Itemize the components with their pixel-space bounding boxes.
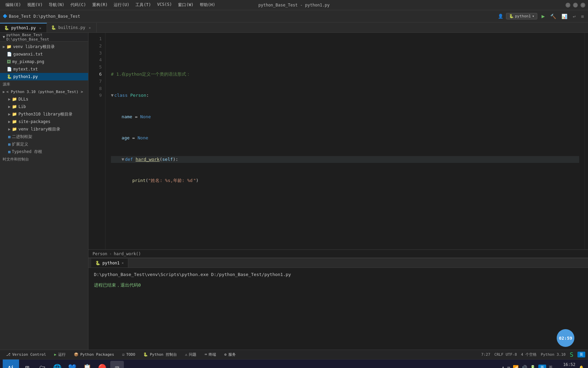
tab-python-console[interactable]: 🐍 Python 控制台 [140, 350, 180, 359]
folder-icon4: 📁 [12, 112, 17, 117]
minimize-button[interactable]: — [566, 3, 570, 7]
chevron-right-icon: ▶ [3, 44, 5, 49]
tab-python1[interactable]: 🐍 python1.py ✕ [0, 23, 47, 32]
input-method-label: 英 [549, 365, 553, 368]
maximize-button[interactable]: □ [573, 3, 578, 7]
tab-services[interactable]: ⚙ 服务 [221, 350, 239, 359]
close-button[interactable]: ✕ [581, 3, 585, 7]
menu-edit[interactable]: 编辑(E) [3, 1, 24, 9]
taskbar-xmind-icon[interactable]: 📋 [80, 361, 94, 368]
folder-icon5: 📁 [12, 119, 17, 124]
code-line-9 [111, 220, 579, 227]
code-line-5: age = None [111, 135, 579, 142]
tab-bar: 🐍 python1.py ✕ 🐍 builtins.py ✕ [0, 22, 588, 33]
sidebar-item-ext[interactable]: ▦ 扩展定义 [0, 140, 88, 148]
menu-run[interactable]: 运行(U) [111, 1, 132, 9]
sidebar-item-mytext[interactable]: 📄 mytext.txt [0, 65, 88, 73]
code-editor[interactable]: # 1.在python定义一个类的语法形式： ▼ class Person : … [105, 33, 585, 249]
breadcrumb-bar: Person › hard_work() [88, 249, 588, 258]
status-right: 7:27 CRLF UTF-8 4 个空格 Python 3.10 S 英 [481, 351, 585, 358]
sidebar-project-name: python_Base_Test D:\python_Base_Test [6, 33, 85, 42]
timer-badge[interactable]: 02:59 [557, 329, 574, 347]
menu-code[interactable]: 代码(C) [68, 1, 89, 9]
editor-scrollbar[interactable] [585, 33, 588, 249]
coverage-button[interactable]: 📊 [560, 13, 569, 20]
menu-nav[interactable]: 导航(N) [46, 1, 67, 9]
fold-icon2: ▼ [121, 156, 124, 163]
sidebar-item-label: 扩展定义 [12, 141, 28, 147]
sidebar-item-gaowanxi[interactable]: 📄 gaowanxi.txt [0, 50, 88, 58]
network-icon[interactable]: 📶 [513, 365, 519, 368]
tab-builtins[interactable]: 🐍 builtins.py ✕ [47, 23, 96, 32]
tab-python-packages[interactable]: 📦 Python Packages [70, 350, 117, 359]
sidebar-item-site-packages[interactable]: ▶ 📁 site-packages [0, 118, 88, 125]
menu-vcs[interactable]: VCS(S) [154, 1, 175, 9]
terminal-command: D:\python_Base_Test\venv\Scripts\python.… [94, 271, 583, 278]
user-icon[interactable]: 👤 [498, 14, 503, 19]
rerun-button[interactable]: ↩ [571, 13, 577, 20]
tab-run[interactable]: ▶ 运行 [51, 350, 69, 359]
chevron-right-icon4: ▶ [8, 104, 11, 109]
sidebar-item-library-root[interactable]: 源库 [0, 80, 88, 88]
tab-terminal-label: 终端 [209, 352, 216, 357]
editor-area: 1 2 3 4 5 6 7 8 9 # 1.在python定义一个类的语法形式： [88, 33, 588, 258]
menu-refactor[interactable]: 重构(R) [89, 1, 111, 9]
sidebar-item-venv1[interactable]: ▶ 📁 venv library根目录 [0, 43, 88, 50]
breadcrumb-method: hard_work() [114, 251, 141, 256]
menu-view[interactable]: 视图(V) [24, 1, 46, 9]
sidebar-item-lib[interactable]: ▶ 📁 Lib [0, 103, 88, 110]
sidebar-item-python310[interactable]: ▶ 📁 Python310 library根目录 [0, 110, 88, 118]
tab-problems[interactable]: ⚠ 问题 [182, 350, 200, 359]
toolbar: 🔷 Base_Test D:\python_Base_Test 👤 🐍 pyth… [0, 10, 588, 22]
spellcheck-icon[interactable]: S [570, 351, 573, 358]
terminal-section: 🐍 python1 ✕ D:\python_Base_Test\venv\Scr… [88, 258, 588, 350]
taskbar-visual-icon[interactable]: 💙 [65, 361, 79, 368]
tab-todo[interactable]: ☑ TODO [119, 350, 138, 359]
sidebar-item-files-console[interactable]: 时文件和控制台 [0, 155, 88, 163]
sidebar-item-dlls[interactable]: ▶ 📁 DLLs [0, 95, 88, 103]
taskbar-clock[interactable]: 16:52 2022-11- [557, 362, 575, 368]
build-button[interactable]: 🔨 [549, 13, 557, 20]
sidebar-item-label: gaowanxi.txt [13, 52, 43, 57]
folder-icon6: 📁 [12, 127, 17, 132]
code-line-6: ▼ def hard_work ( self ): [111, 156, 579, 163]
sidebar-item-binary[interactable]: ▦ 二进制框架 [0, 133, 88, 140]
settings-button[interactable]: ≡ [580, 13, 585, 20]
tab-version-control[interactable]: ⎇ Version Control [3, 350, 49, 359]
notification-button[interactable]: 🔔 [577, 365, 585, 368]
chevron-down-icon: ▾ [532, 14, 535, 18]
taskbar-explorer-icon[interactable]: 🗂 [35, 361, 49, 368]
volume-icon[interactable]: 🔊 [521, 365, 527, 368]
ime-badge[interactable]: 英 [538, 365, 546, 368]
tab-python1-close[interactable]: ✕ [38, 26, 43, 30]
sidebar-item-python1[interactable]: 🐍 python1.py [0, 73, 88, 80]
menu-tools[interactable]: 工具(T) [133, 1, 154, 9]
sidebar-item-label: < Python 3.10 (python_Base_Test) > [6, 90, 83, 94]
tab-builtins-close[interactable]: ✕ [87, 25, 92, 30]
ai-button[interactable]: Ai [3, 359, 19, 368]
taskbar-netease-icon[interactable]: 🔴 [95, 361, 109, 368]
interpreter-button[interactable]: 🐍 python1 ▾ [506, 13, 538, 19]
chevron-right-icon6: ▶ [8, 119, 11, 124]
line-numbers: 1 2 3 4 5 6 7 8 9 [88, 33, 105, 249]
sidebar-item-pixmap[interactable]: 🖼 my_pixmap.png [0, 58, 88, 65]
lang-badge[interactable]: 英 [577, 352, 585, 357]
up-arrow-icon[interactable]: ∧ [502, 365, 504, 368]
terminal-tab-python1[interactable]: 🐍 python1 ✕ [91, 259, 128, 267]
terminal-tab-close[interactable]: ✕ [122, 261, 124, 265]
code-container[interactable]: 1 2 3 4 5 6 7 8 9 # 1.在python定义一个类的语法形式： [88, 33, 588, 249]
run-button[interactable]: ▶ [540, 12, 546, 20]
interpreter-label: python1 [515, 14, 531, 18]
battery-icon[interactable]: 🔋 [530, 365, 536, 368]
sidebar-item-pyver[interactable]: ▶ < Python 3.10 (python_Base_Test) > [0, 88, 88, 95]
menu-help[interactable]: 帮助(H) [197, 1, 218, 9]
terminal-content[interactable]: D:\python_Base_Test\venv\Scripts\python.… [88, 268, 588, 350]
tab-terminal[interactable]: ⌨ 终端 [201, 350, 219, 359]
sidebar-item-venv2[interactable]: ▶ 📁 venv library根目录 [0, 125, 88, 133]
taskbar-windows-icon[interactable]: ⊞ [20, 361, 34, 368]
menu-window[interactable]: 窗口(W) [175, 1, 196, 9]
sidebar-item-typeshed[interactable]: ▦ Typeshed 存根 [0, 148, 88, 155]
taskbar-chrome-icon[interactable]: 🌐 [50, 361, 64, 368]
taskbar-pycharm-icon[interactable]: ⌨ [110, 361, 124, 368]
keyboard-icon[interactable]: ⌨ [507, 365, 510, 368]
